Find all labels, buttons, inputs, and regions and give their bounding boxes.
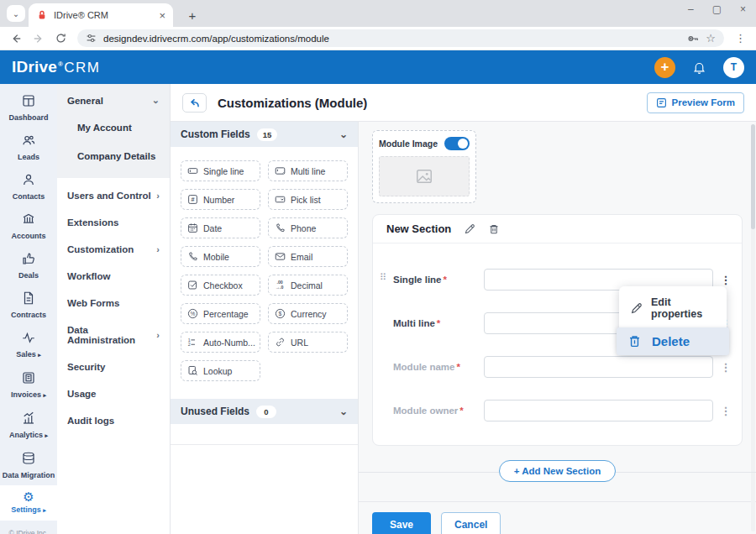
back-icon[interactable] (10, 33, 22, 44)
section-title: New Section (386, 222, 451, 235)
cancel-button[interactable]: Cancel (441, 512, 501, 534)
unused-fields-label: Unused Fields (181, 406, 249, 417)
field-chip-pick-list[interactable]: Pick list (268, 189, 348, 210)
chevron-down-icon: ⌄ (339, 406, 348, 417)
new-tab-button[interactable]: + (183, 8, 202, 23)
expand-arrow-icon: ▸ (44, 392, 47, 398)
delete-section-trash-icon[interactable] (488, 223, 500, 235)
rail-item-invoices[interactable]: Invoices ▸ (0, 365, 57, 406)
forward-icon[interactable] (33, 33, 45, 44)
module-image-toggle[interactable] (444, 137, 470, 150)
field-options-kebab-icon[interactable]: ⋮ (720, 361, 732, 374)
date-icon (187, 222, 198, 233)
decimal-icon: .00→.0 (275, 280, 286, 291)
trash-icon (627, 334, 642, 348)
rail-item-leads[interactable]: Leads (0, 128, 57, 167)
url-text[interactable]: designdev.idrivecrm.com/app/customizatio… (103, 34, 680, 44)
module-owner-input[interactable] (484, 400, 713, 421)
context-menu-delete[interactable]: Delete (617, 327, 729, 355)
field-options-kebab-icon[interactable]: ⋮ (720, 274, 732, 286)
bookmark-star-icon[interactable]: ☆ (706, 33, 716, 44)
field-chip-number[interactable]: #Number (181, 189, 260, 210)
settings-item-my-account[interactable]: My Account (57, 113, 170, 142)
url-icon (275, 337, 286, 348)
settings-item-audit-logs[interactable]: Audit logs (57, 407, 170, 434)
rail-item-data-migration[interactable]: Data Migration (0, 446, 57, 485)
restore-icon[interactable]: ▢ (712, 3, 722, 15)
minimize-icon[interactable]: – (688, 3, 694, 15)
add-new-section-button[interactable]: + Add New Section (499, 460, 616, 482)
context-menu-edit-properties[interactable]: Edit properties (619, 291, 727, 327)
field-chip-percentage[interactable]: %Percentage (181, 303, 260, 324)
settings-item-company-details[interactable]: Company Details (57, 142, 170, 170)
rail-item-analytics[interactable]: Analytics ▸ (0, 406, 57, 446)
settings-item-data-administration[interactable]: Data Administration› (57, 317, 170, 353)
settings-group-header-general[interactable]: General ⌄ (57, 84, 170, 113)
rail-item-settings[interactable]: ⚙ Settings ▸ (0, 485, 57, 521)
settings-sidebar: General ⌄ My Account Company Details Use… (57, 84, 171, 534)
user-avatar[interactable]: T (723, 57, 744, 78)
settings-item-extensions[interactable]: Extensions (57, 209, 170, 236)
quick-add-button[interactable]: + (654, 57, 675, 78)
app-body: Dashboard Leads Contacts Accounts Deals … (0, 84, 756, 534)
chevron-right-icon: › (156, 330, 160, 340)
url-bar[interactable]: designdev.idrivecrm.com/app/customizatio… (77, 29, 724, 47)
drag-handle-icon[interactable]: ⠿ (380, 272, 386, 283)
save-button[interactable]: Save (372, 512, 431, 534)
required-asterisk: * (444, 275, 447, 285)
tab-search-button[interactable]: ⌄ (7, 5, 25, 22)
notifications-bell-icon[interactable] (692, 60, 706, 75)
expand-arrow-icon: ▸ (38, 352, 41, 358)
field-chip-currency[interactable]: $Currency (268, 303, 348, 324)
form-row-module-name: Module name* ⋮ (383, 356, 732, 378)
logo-name: IDrive (12, 58, 57, 76)
settings-item-customization[interactable]: Customization› (57, 236, 170, 263)
unused-fields-header[interactable]: Unused Fields 0 ⌄ (171, 399, 358, 424)
add-section-row: + Add New Section (372, 460, 743, 483)
field-chip-mobile[interactable]: Mobile (181, 246, 260, 267)
refresh-icon[interactable] (55, 33, 66, 44)
preview-form-button[interactable]: Preview Form (647, 92, 744, 113)
field-chip-phone[interactable]: Phone (268, 217, 348, 238)
module-name-input[interactable] (484, 356, 713, 378)
page-title: Customizations (Module) (218, 96, 367, 110)
rail-item-deals[interactable]: Deals (0, 246, 57, 285)
analytics-icon (0, 411, 57, 429)
field-chip-email[interactable]: Email (268, 246, 348, 267)
field-chip-auto-number[interactable]: 12Auto-Numb... (181, 332, 260, 353)
custom-fields-header[interactable]: Custom Fields 15 ⌄ (171, 122, 358, 147)
settings-item-web-forms[interactable]: Web Forms (57, 290, 170, 317)
field-chip-url[interactable]: URL (268, 332, 348, 353)
settings-item-usage[interactable]: Usage (57, 380, 170, 407)
edit-section-pencil-icon[interactable] (464, 223, 475, 235)
field-chip-single-line[interactable]: Single line (181, 160, 260, 181)
module-image-placeholder[interactable] (379, 156, 470, 196)
password-key-icon[interactable] (687, 33, 699, 44)
field-chip-decimal[interactable]: .00→.0Decimal (268, 275, 348, 296)
close-window-icon[interactable]: × (740, 3, 746, 15)
settings-item-workflow[interactable]: Workflow (57, 263, 170, 290)
window-controls: – ▢ × (688, 3, 746, 15)
rail-item-contracts[interactable]: Contracts (0, 285, 57, 325)
preview-form-label: Preview Form (672, 97, 735, 107)
tab-close-icon[interactable]: × (159, 10, 165, 21)
field-chip-multi-line[interactable]: Multi line (268, 160, 348, 181)
currency-icon: $ (275, 308, 286, 319)
browser-tab[interactable]: IDrive® CRM × (29, 3, 173, 27)
settings-item-users-and-control[interactable]: Users and Control› (57, 182, 170, 209)
field-chip-lookup[interactable]: Lookup (181, 360, 260, 381)
settings-item-security[interactable]: Security (57, 353, 170, 380)
field-options-kebab-icon[interactable]: ⋮ (720, 405, 732, 417)
rail-item-sales[interactable]: Sales ▸ (0, 325, 57, 365)
field-chip-checkbox[interactable]: Checkbox (181, 275, 260, 296)
scrollbar-thumb[interactable] (751, 124, 755, 229)
module-image-label: Module Image (379, 139, 438, 149)
back-button[interactable] (182, 93, 207, 113)
rail-item-dashboard[interactable]: Dashboard (0, 88, 57, 128)
rail-item-contacts[interactable]: Contacts (0, 167, 57, 207)
browser-menu-icon[interactable]: ⋮ (735, 32, 746, 44)
rail-label: Invoices ▸ (0, 390, 57, 400)
site-settings-icon[interactable] (86, 33, 97, 44)
rail-item-accounts[interactable]: Accounts (0, 207, 57, 246)
field-chip-date[interactable]: Date (181, 217, 260, 238)
